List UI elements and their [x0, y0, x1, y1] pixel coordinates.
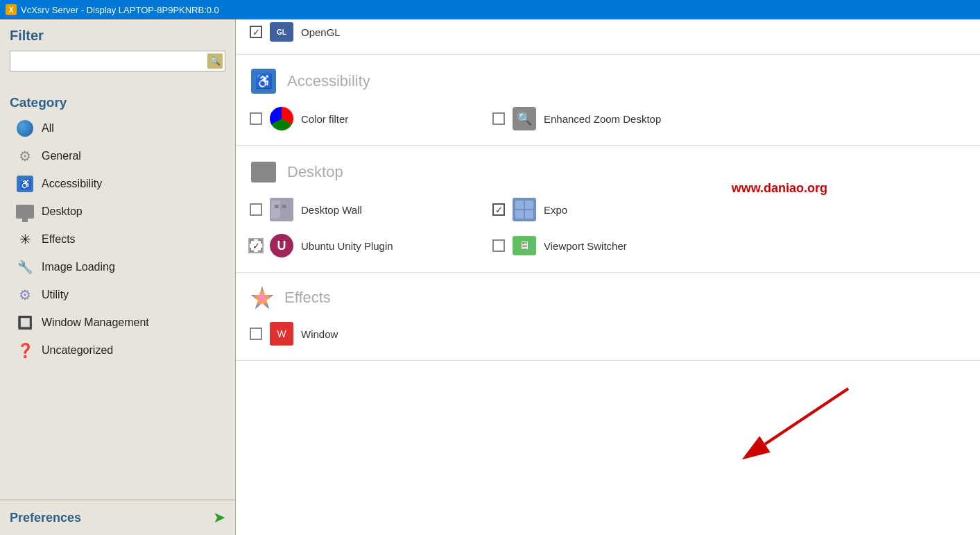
effects-section-icon	[250, 285, 275, 310]
imageloading-icon: 🔧	[15, 257, 35, 277]
main-container: Filter 🔍 Category All ⚙ Ge	[0, 19, 980, 535]
window-item: W Window	[250, 321, 485, 346]
sidebar-item-general[interactable]: ⚙ General	[10, 142, 225, 170]
sidebar-item-label-accessibility: Accessibility	[42, 178, 102, 190]
viewport-switcher-name: Viewport Switcher	[544, 240, 627, 252]
gear-icon: ⚙	[15, 146, 35, 166]
opengl-plugin-name: OpenGL	[301, 26, 341, 38]
expo-name: Expo	[544, 204, 567, 216]
preferences-section: Preferences ➤	[0, 500, 235, 535]
sidebar-item-utility[interactable]: ⚙ Utility	[10, 281, 225, 309]
color-filter-icon	[269, 106, 294, 131]
effects-section-header: Effects	[250, 273, 966, 321]
effects-icon: ✳	[15, 230, 35, 249]
sidebar-item-effects[interactable]: ✳ Effects	[10, 226, 225, 253]
opengl-checkbox[interactable]	[250, 26, 262, 38]
desktop-section-header: Desktop	[250, 146, 966, 197]
window-checkbox[interactable]	[250, 328, 262, 340]
sidebar-item-all[interactable]: All	[10, 114, 225, 142]
filter-title: Filter	[10, 28, 225, 44]
window-plugin-name: Window	[301, 328, 338, 340]
globe-icon	[15, 119, 35, 138]
effects-section-title: Effects	[284, 289, 331, 307]
sidebar-item-label-utility: Utility	[42, 289, 69, 301]
svg-rect-1	[281, 201, 292, 219]
sidebar-item-label-window-management: Window Management	[42, 316, 149, 329]
sidebar-item-label-uncategorized: Uncategorized	[42, 344, 113, 357]
category-title: Category	[10, 95, 225, 110]
enhanced-zoom-checkbox[interactable]	[492, 112, 505, 125]
sidebar-item-label-effects: Effects	[42, 233, 76, 246]
desktop-section-icon	[250, 158, 277, 186]
filter-input-wrapper: 🔍	[10, 51, 225, 71]
arrow-annotation	[716, 382, 855, 468]
svg-rect-0	[271, 201, 280, 219]
desktop-icon	[15, 202, 35, 221]
color-filter-name: Color filter	[301, 113, 348, 125]
filter-icon: 🔍	[207, 53, 223, 69]
opengl-section-partial: GL OpenGL	[236, 19, 980, 55]
titlebar-title: VcXsrv Server - Display LAPTOP-8P9PKNRB:…	[21, 5, 219, 15]
desktop-section-title: Desktop	[287, 163, 343, 181]
viewport-switcher-item: 🖥 Viewport Switcher	[492, 233, 728, 258]
accessibility-section-icon: ♿	[250, 67, 277, 95]
enhanced-zoom-name: Enhanced Zoom Desktop	[544, 113, 661, 125]
accessibility-section-title: Accessibility	[287, 72, 370, 90]
viewport-switcher-checkbox[interactable]	[492, 239, 505, 252]
color-filter-item: Color filter	[250, 106, 485, 131]
ubuntu-unity-name: Ubuntu Unity Plugin	[301, 240, 393, 252]
desktop-wall-icon	[269, 197, 294, 222]
accessibility-plugins-grid: Color filter 🔍 Enhanced Zoom Desktop	[250, 106, 966, 131]
uncategorized-icon: ❓	[15, 341, 35, 360]
watermark: www.daniao.org	[732, 181, 827, 196]
expo-item: Expo	[492, 197, 728, 222]
sidebar-item-desktop[interactable]: Desktop	[10, 198, 225, 226]
preferences-arrow-icon[interactable]: ➤	[213, 509, 225, 527]
desktop-section: Desktop D	[236, 146, 980, 273]
filter-input[interactable]	[10, 51, 225, 71]
preferences-label: Preferences	[10, 511, 81, 525]
opengl-plugin-item: GL OpenGL	[250, 19, 966, 44]
svg-marker-7	[251, 287, 273, 309]
content-area: GL OpenGL ♿ Accessibility Color filte	[236, 19, 980, 535]
ubuntu-unity-item: U Ubuntu Unity Plugin	[250, 233, 485, 258]
color-filter-checkbox[interactable]	[250, 112, 262, 125]
winmgmt-icon: 🔲	[15, 313, 35, 332]
enhanced-zoom-item: 🔍 Enhanced Zoom Desktop	[492, 106, 728, 131]
category-list: All ⚙ General ♿ Accessibility	[10, 114, 225, 364]
opengl-plugin-icon: GL	[269, 19, 294, 44]
window-plugin-icon: W	[269, 321, 294, 346]
titlebar: X VcXsrv Server - Display LAPTOP-8P9PKNR…	[0, 0, 980, 19]
utility-icon: ⚙	[15, 285, 35, 305]
sidebar-item-label-desktop: Desktop	[42, 205, 83, 218]
sidebar-item-accessibility[interactable]: ♿ Accessibility	[10, 170, 225, 198]
accessibility-icon: ♿	[15, 174, 35, 194]
expo-icon	[512, 197, 537, 222]
accessibility-section: ♿ Accessibility Color filter 🔍	[236, 55, 980, 146]
accessibility-section-header: ♿ Accessibility	[250, 55, 966, 106]
desktop-wall-item: Desktop Wall	[250, 197, 485, 222]
desktop-plugins-grid: Desktop Wall Expo	[250, 197, 966, 258]
desktop-wall-checkbox[interactable]	[250, 203, 262, 216]
ubuntu-unity-checkbox[interactable]	[250, 239, 262, 252]
sidebar-item-label-all: All	[42, 122, 54, 135]
svg-line-5	[765, 389, 848, 444]
sidebar-item-image-loading[interactable]: 🔧 Image Loading	[10, 253, 225, 281]
sidebar-item-uncategorized[interactable]: ❓ Uncategorized	[10, 337, 225, 364]
effects-plugins-grid: W Window	[250, 321, 966, 346]
filter-section: Filter 🔍	[0, 19, 235, 80]
category-section: Category All ⚙ General ♿	[0, 80, 235, 370]
sidebar: Filter 🔍 Category All ⚙ Ge	[0, 19, 236, 535]
titlebar-icon: X	[6, 4, 17, 15]
viewport-switcher-icon: 🖥	[512, 233, 537, 258]
svg-rect-2	[275, 205, 279, 208]
ubuntu-unity-icon: U	[269, 233, 294, 258]
effects-section: Effects W Window	[236, 273, 980, 361]
sidebar-item-window-management[interactable]: 🔲 Window Management	[10, 309, 225, 337]
expo-checkbox[interactable]	[492, 203, 505, 216]
sidebar-item-label-image-loading: Image Loading	[42, 261, 115, 273]
enhanced-zoom-icon: 🔍	[512, 106, 537, 131]
svg-rect-3	[282, 205, 286, 208]
sidebar-item-label-general: General	[42, 150, 81, 162]
desktop-wall-name: Desktop Wall	[301, 204, 362, 216]
